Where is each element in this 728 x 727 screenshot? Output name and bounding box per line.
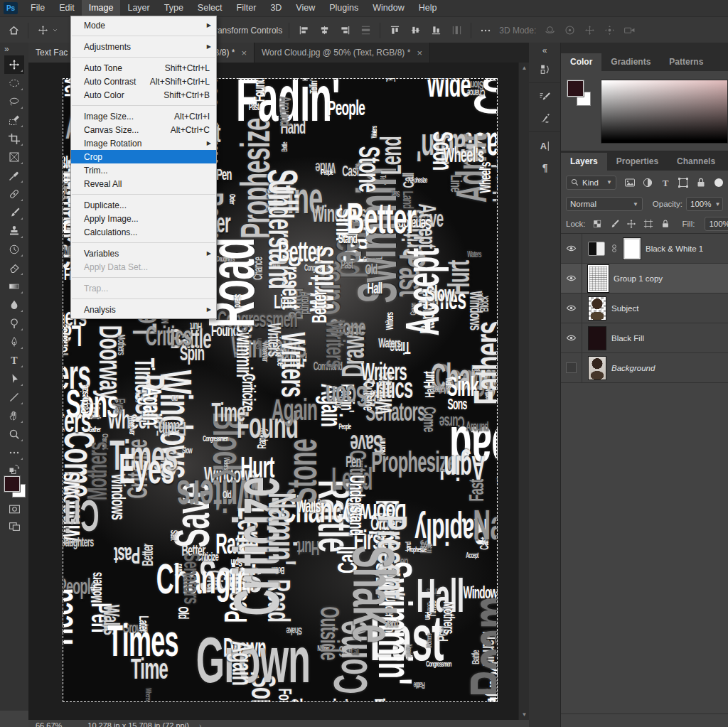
color-tab-gradients[interactable]: Gradients <box>601 53 660 71</box>
menu-item-variables[interactable]: Variables▶ <box>71 247 216 260</box>
menubar-item-file[interactable]: File <box>23 0 52 16</box>
bw-adjustment-thumbnail[interactable] <box>588 242 605 256</box>
more-options-icon[interactable] <box>478 23 493 38</box>
color-tab-color[interactable]: Color <box>561 53 601 71</box>
screen-mode-icon[interactable] <box>4 517 25 534</box>
align-right-icon[interactable] <box>337 23 353 38</box>
menubar-item-type[interactable]: Type <box>157 0 191 16</box>
move-tool-icon[interactable] <box>35 23 50 38</box>
layer-mask-thumbnail[interactable] <box>623 238 641 259</box>
gradient-tool[interactable] <box>4 277 24 296</box>
lock-move-icon[interactable] <box>626 219 636 229</box>
character-panel-icon[interactable]: A <box>529 135 560 156</box>
vertical-scrollbar[interactable]: ▲ ▼ <box>518 63 530 720</box>
foreground-color-swatch[interactable] <box>567 80 584 97</box>
chevron-down-icon[interactable] <box>50 23 59 38</box>
marquee-tool[interactable] <box>4 74 24 92</box>
menu-item-auto-contrast[interactable]: Auto ContrastAlt+Shift+Ctrl+L <box>71 75 216 88</box>
menubar-item-window[interactable]: Window <box>365 0 411 16</box>
eyedropper-tool[interactable] <box>4 166 24 185</box>
visibility-eye-icon[interactable] <box>561 323 582 352</box>
menu-item-reveal-all[interactable]: Reveal All <box>71 177 216 190</box>
foreground-color-swatch[interactable] <box>4 476 20 492</box>
menu-item-duplicate[interactable]: Duplicate... <box>71 198 216 212</box>
menu-item-auto-color[interactable]: Auto ColorShift+Ctrl+B <box>71 88 216 102</box>
toolbar-collapse-icon[interactable]: » <box>0 43 9 55</box>
lock-smart-object-icon[interactable] <box>660 219 670 229</box>
filter-adjustment-icon[interactable] <box>642 177 653 188</box>
brush-tool[interactable] <box>4 203 24 222</box>
layer-row-black-white-1[interactable]: Black & White 1 <box>561 234 728 264</box>
zoom-tool[interactable] <box>4 425 24 443</box>
align-center-v-icon[interactable] <box>407 23 423 38</box>
filter-shape-icon[interactable] <box>678 177 689 188</box>
status-chevron-icon[interactable]: › <box>199 721 202 727</box>
color-gradient-field[interactable] <box>601 80 728 144</box>
eraser-tool[interactable] <box>4 259 24 277</box>
menubar-item-select[interactable]: Select <box>191 0 230 16</box>
hand-tool[interactable] <box>4 406 24 425</box>
menubar-item-3d[interactable]: 3D <box>263 0 289 16</box>
layer-row-subject[interactable]: Subject <box>561 294 728 323</box>
filter-kind-dropdown[interactable]: Kind ▼ <box>566 176 616 190</box>
document-tab-2[interactable]: Word Cloud.jpg @ 50% (Text, RGB/8) *× <box>255 43 430 63</box>
crop-tool[interactable] <box>4 129 24 148</box>
dodge-tool[interactable] <box>4 314 24 333</box>
menubar-item-image[interactable]: Image <box>82 0 121 16</box>
transform-controls-label[interactable]: Transform Controls <box>210 26 282 36</box>
layers-tab-layers[interactable]: Layers <box>561 153 607 171</box>
frame-tool[interactable] <box>4 148 24 166</box>
line-tool[interactable] <box>4 388 24 406</box>
layers-tab-paths[interactable]: Paths <box>724 153 728 171</box>
menu-item-canvas-size[interactable]: Canvas Size...Alt+Ctrl+C <box>71 123 216 136</box>
close-tab-icon[interactable]: × <box>241 48 247 58</box>
object-selection-tool[interactable] <box>4 111 24 129</box>
brush-settings-panel-icon[interactable] <box>529 86 560 107</box>
menubar-item-help[interactable]: Help <box>412 0 444 16</box>
align-bottom-icon[interactable] <box>428 23 444 38</box>
menubar-item-view[interactable]: View <box>289 0 322 16</box>
type-tool[interactable]: T <box>4 351 24 370</box>
visibility-eye-icon[interactable] <box>561 294 582 323</box>
layer-row-background[interactable]: Background <box>561 353 728 383</box>
menubar-item-layer[interactable]: Layer <box>120 0 156 16</box>
paragraph-panel-icon[interactable]: ¶ <box>529 156 560 178</box>
layers-tab-channels[interactable]: Channels <box>668 153 724 171</box>
swap-colors-icon[interactable] <box>4 462 25 475</box>
layer-thumbnail[interactable] <box>588 296 606 321</box>
menu-item-image-rotation[interactable]: Image Rotation▶ <box>71 136 216 150</box>
spot-healing-tool[interactable] <box>4 185 24 203</box>
visibility-eye-icon[interactable] <box>561 264 582 293</box>
zoom-level[interactable]: 66.67% <box>36 721 62 727</box>
path-selection-tool[interactable] <box>4 370 24 388</box>
menubar-item-plugins[interactable]: Plugins <box>322 0 365 16</box>
menubar-item-edit[interactable]: Edit <box>52 0 82 16</box>
quick-mask-icon[interactable] <box>4 500 25 517</box>
lock-checker-icon[interactable] <box>592 219 602 229</box>
menubar-item-filter[interactable]: Filter <box>230 0 264 16</box>
align-left-icon[interactable] <box>296 23 311 38</box>
menu-item-apply-image[interactable]: Apply Image... <box>71 212 216 225</box>
blur-tool[interactable] <box>4 296 24 314</box>
menu-item-calculations[interactable]: Calculations... <box>71 225 216 239</box>
menu-item-auto-tone[interactable]: Auto ToneShift+Ctrl+L <box>71 61 216 75</box>
scroll-down-icon[interactable]: ▼ <box>522 709 528 720</box>
more-tools-tool[interactable] <box>4 443 24 462</box>
layer-thumbnail[interactable] <box>588 326 606 350</box>
lock-brush-icon[interactable] <box>609 219 619 229</box>
filter-toggle-icon[interactable] <box>714 178 723 187</box>
filter-image-icon[interactable] <box>624 177 636 188</box>
brushes-panel-icon[interactable] <box>529 107 560 129</box>
adjustments-panel-icon[interactable] <box>529 58 560 80</box>
blend-mode-dropdown[interactable]: Normal ▼ <box>566 197 643 211</box>
smart-object-icon[interactable] <box>695 177 707 188</box>
layer-thumbnail[interactable] <box>588 265 609 292</box>
menu-item-trim[interactable]: Trim... <box>71 163 216 177</box>
filter-type-icon[interactable]: T <box>660 177 671 188</box>
clone-stamp-tool[interactable] <box>4 222 24 240</box>
lasso-tool[interactable] <box>4 92 24 111</box>
menu-item-crop[interactable]: Crop <box>71 150 216 163</box>
pen-tool[interactable] <box>4 333 24 351</box>
scroll-up-icon[interactable]: ▲ <box>522 63 528 73</box>
home-icon[interactable] <box>6 23 21 38</box>
